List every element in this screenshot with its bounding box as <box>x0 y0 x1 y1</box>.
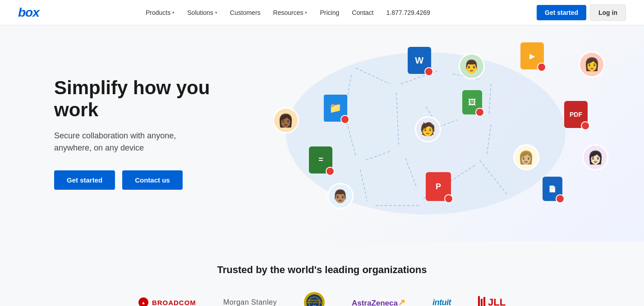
slides-icon: ▶ <box>520 42 544 69</box>
trusted-section: Trusted by the world's leading organizat… <box>0 242 644 306</box>
hero-text: Simplify how you work Secure collaborati… <box>54 77 244 190</box>
nav-resources[interactable]: Resources ▾ <box>273 9 308 16</box>
nav-pricing[interactable]: Pricing <box>320 9 339 16</box>
avatar-woman-3: 👩🏼 <box>513 144 539 170</box>
nav-contact[interactable]: Contact <box>352 9 373 16</box>
intuit-logo: intuit <box>432 298 451 306</box>
svg-text:DEPARTMENT: DEPARTMENT <box>308 299 321 301</box>
pdf-icon: PDF <box>564 101 588 128</box>
nav-login-button[interactable]: Log in <box>590 5 626 21</box>
hero-subtitle: Secure collaboration with anyone,anywher… <box>54 130 244 154</box>
chevron-down-icon: ▾ <box>215 10 217 15</box>
image-doc-icon: 🖼 <box>462 90 482 114</box>
usaf-logo: DEPARTMENT OF THE AIR FORCE USA <box>304 292 325 306</box>
folder-icon: 📁 <box>324 95 347 122</box>
jll-logo: JLL <box>478 296 506 306</box>
nav-products[interactable]: Products ▾ <box>146 9 175 16</box>
hero-title: Simplify how you work <box>54 77 244 121</box>
sheets-icon: = <box>309 146 332 174</box>
trusted-title: Trusted by the world's leading organizat… <box>18 264 626 276</box>
avatar-man-glasses: 🧑 <box>415 116 441 142</box>
chevron-down-icon: ▾ <box>305 10 307 15</box>
svg-text:▲: ▲ <box>141 300 146 305</box>
logos-row: ▲ BROADCOM Morgan Stanley DEPARTMENT OF … <box>18 292 626 306</box>
avatar-woman-4: 👩🏻 <box>582 144 608 170</box>
jll-stripes <box>478 296 485 306</box>
svg-text:OF THE AIR FORCE: OF THE AIR FORCE <box>306 301 323 304</box>
broadcom-icon: ▲ <box>138 297 148 306</box>
nav-phone: 1.877.729.4269 <box>386 9 430 16</box>
astrazeneca-logo: AstraZeneca↗ <box>352 297 405 306</box>
word-doc-icon: W <box>408 47 431 74</box>
nav-actions: Get started Log in <box>537 5 626 21</box>
nav-customers[interactable]: Customers <box>230 9 261 16</box>
avatar-man-2: 👨🏽 <box>327 183 354 209</box>
hero-section: Simplify how you work Secure collaborati… <box>0 25 644 242</box>
blue-doc-icon: 📄 <box>543 177 562 201</box>
avatar-woman-2: 👩🏾 <box>273 107 299 133</box>
broadcom-logo: ▲ BROADCOM <box>138 297 196 306</box>
powerpoint-icon: P <box>426 172 451 201</box>
nav-get-started-button[interactable]: Get started <box>537 5 586 20</box>
nav-solutions[interactable]: Solutions ▾ <box>187 9 217 16</box>
avatar-man-1: 👨 <box>459 53 485 79</box>
chevron-down-icon: ▾ <box>172 10 175 15</box>
broadcom-text: BROADCOM <box>152 299 196 306</box>
hero-get-started-button[interactable]: Get started <box>54 170 115 190</box>
nav-links: Products ▾ Solutions ▾ Customers Resourc… <box>146 9 430 16</box>
navigation: box Products ▾ Solutions ▾ Customers Res… <box>0 0 644 25</box>
morgan-stanley-logo: Morgan Stanley <box>223 298 277 306</box>
hero-illustration: .conn { stroke: #a0bfdf; stroke-width: 1… <box>244 25 608 242</box>
avatar-woman-1: 👩 <box>579 51 605 78</box>
hero-buttons: Get started Contact us <box>54 170 244 190</box>
logo[interactable]: box <box>18 5 39 20</box>
hero-contact-button[interactable]: Contact us <box>122 170 183 190</box>
